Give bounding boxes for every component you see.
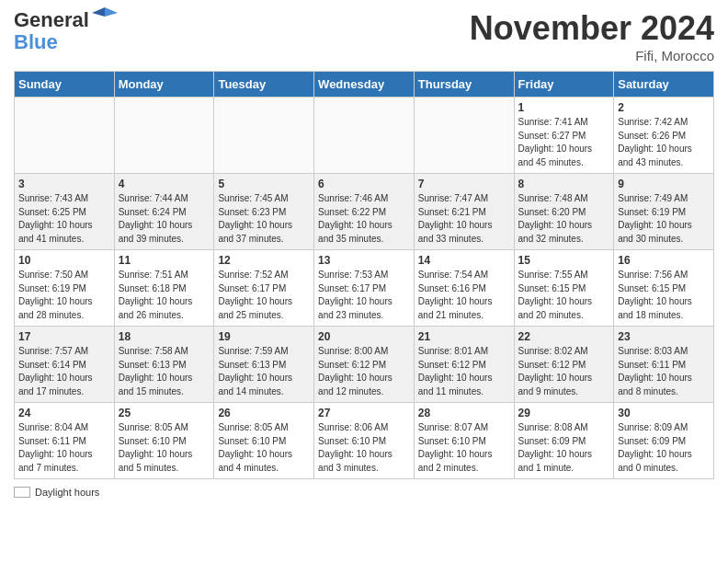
legend: Daylight hours	[14, 487, 714, 498]
day-info: Sunrise: 7:46 AM Sunset: 6:22 PM Dayligh…	[318, 192, 410, 246]
calendar-cell: 26 Sunrise: 8:05 AM Sunset: 6:10 PM Dayl…	[214, 403, 314, 479]
day-info: Sunrise: 7:44 AM Sunset: 6:24 PM Dayligh…	[119, 192, 210, 246]
weekday-header-tuesday: Tuesday	[214, 72, 314, 98]
calendar-cell: 13 Sunrise: 7:53 AM Sunset: 6:17 PM Dayl…	[314, 250, 415, 327]
day-info: Sunrise: 7:52 AM Sunset: 6:17 PM Dayligh…	[218, 269, 310, 322]
calendar-week-4: 24 Sunrise: 8:04 AM Sunset: 6:11 PM Dayl…	[15, 403, 714, 479]
day-number: 20	[318, 330, 410, 343]
weekday-header-friday: Friday	[514, 72, 614, 98]
day-info: Sunrise: 7:55 AM Sunset: 6:15 PM Dayligh…	[518, 269, 610, 322]
calendar-cell: 30 Sunrise: 8:09 AM Sunset: 6:09 PM Dayl…	[614, 403, 714, 479]
month-title: November 2024	[470, 9, 714, 48]
day-number: 29	[518, 407, 610, 419]
calendar-week-3: 17 Sunrise: 7:57 AM Sunset: 6:14 PM Dayl…	[15, 327, 714, 403]
weekday-header-thursday: Thursday	[414, 72, 514, 98]
day-info: Sunrise: 8:00 AM Sunset: 6:12 PM Dayligh…	[318, 345, 410, 398]
day-info: Sunrise: 8:01 AM Sunset: 6:12 PM Dayligh…	[418, 345, 510, 398]
calendar-cell: 22 Sunrise: 8:02 AM Sunset: 6:12 PM Dayl…	[514, 327, 614, 403]
calendar-cell: 12 Sunrise: 7:52 AM Sunset: 6:17 PM Dayl…	[214, 250, 314, 327]
calendar-cell: 17 Sunrise: 7:57 AM Sunset: 6:14 PM Dayl…	[15, 327, 115, 403]
calendar-cell: 4 Sunrise: 7:44 AM Sunset: 6:24 PM Dayli…	[114, 174, 214, 250]
calendar-cell: 21 Sunrise: 8:01 AM Sunset: 6:12 PM Dayl…	[414, 327, 514, 403]
logo: General Blue	[14, 9, 118, 53]
day-number: 4	[119, 178, 210, 190]
calendar-cell: 2 Sunrise: 7:42 AM Sunset: 6:26 PM Dayli…	[614, 98, 714, 174]
weekday-header-monday: Monday	[114, 72, 214, 98]
weekday-header-saturday: Saturday	[614, 72, 714, 98]
day-number: 12	[218, 254, 310, 267]
calendar-cell: 28 Sunrise: 8:07 AM Sunset: 6:10 PM Dayl…	[414, 403, 514, 479]
day-info: Sunrise: 7:48 AM Sunset: 6:20 PM Dayligh…	[518, 192, 610, 246]
calendar-cell	[314, 98, 415, 174]
svg-marker-1	[92, 7, 105, 17]
day-number: 1	[518, 101, 610, 114]
calendar-cell: 18 Sunrise: 7:58 AM Sunset: 6:13 PM Dayl…	[114, 327, 214, 403]
day-info: Sunrise: 7:57 AM Sunset: 6:14 PM Dayligh…	[18, 345, 110, 398]
day-number: 11	[119, 254, 210, 267]
day-number: 25	[119, 407, 210, 419]
day-info: Sunrise: 7:43 AM Sunset: 6:25 PM Dayligh…	[18, 192, 110, 246]
day-info: Sunrise: 7:42 AM Sunset: 6:26 PM Dayligh…	[618, 116, 710, 169]
calendar-cell: 9 Sunrise: 7:49 AM Sunset: 6:19 PM Dayli…	[614, 174, 714, 250]
day-info: Sunrise: 7:41 AM Sunset: 6:27 PM Dayligh…	[518, 116, 610, 169]
logo-text-blue: Blue	[14, 31, 118, 53]
day-number: 27	[318, 407, 410, 419]
title-block: November 2024 Fifi, Morocco	[470, 9, 714, 63]
calendar-cell: 19 Sunrise: 7:59 AM Sunset: 6:13 PM Dayl…	[214, 327, 314, 403]
day-number: 22	[518, 330, 610, 343]
header: General Blue November 2024 Fifi, Morocco	[14, 9, 714, 63]
day-info: Sunrise: 7:45 AM Sunset: 6:23 PM Dayligh…	[218, 192, 310, 246]
day-number: 8	[518, 178, 610, 190]
calendar-cell: 20 Sunrise: 8:00 AM Sunset: 6:12 PM Dayl…	[314, 327, 415, 403]
calendar-cell: 8 Sunrise: 7:48 AM Sunset: 6:20 PM Dayli…	[514, 174, 614, 250]
day-info: Sunrise: 7:49 AM Sunset: 6:19 PM Dayligh…	[618, 192, 710, 246]
calendar-week-0: 1 Sunrise: 7:41 AM Sunset: 6:27 PM Dayli…	[15, 98, 714, 174]
day-info: Sunrise: 8:05 AM Sunset: 6:10 PM Dayligh…	[119, 421, 210, 475]
day-number: 23	[618, 330, 710, 343]
day-info: Sunrise: 8:03 AM Sunset: 6:11 PM Dayligh…	[618, 345, 710, 398]
day-number: 5	[218, 178, 310, 190]
calendar-cell: 29 Sunrise: 8:08 AM Sunset: 6:09 PM Dayl…	[514, 403, 614, 479]
calendar-cell: 5 Sunrise: 7:45 AM Sunset: 6:23 PM Dayli…	[214, 174, 314, 250]
legend-box	[14, 487, 30, 498]
day-number: 24	[18, 407, 110, 419]
calendar-cell: 7 Sunrise: 7:47 AM Sunset: 6:21 PM Dayli…	[414, 174, 514, 250]
legend-label: Daylight hours	[35, 487, 99, 498]
day-number: 16	[618, 254, 710, 267]
calendar-cell: 15 Sunrise: 7:55 AM Sunset: 6:15 PM Dayl…	[514, 250, 614, 327]
day-number: 7	[418, 178, 510, 190]
calendar-cell: 1 Sunrise: 7:41 AM Sunset: 6:27 PM Dayli…	[514, 98, 614, 174]
day-info: Sunrise: 8:04 AM Sunset: 6:11 PM Dayligh…	[18, 421, 110, 475]
day-info: Sunrise: 8:05 AM Sunset: 6:10 PM Dayligh…	[218, 421, 310, 475]
logo-text-general: General	[14, 9, 89, 31]
weekday-header-wednesday: Wednesday	[314, 72, 415, 98]
calendar-cell: 10 Sunrise: 7:50 AM Sunset: 6:19 PM Dayl…	[15, 250, 115, 327]
day-number: 6	[318, 178, 410, 190]
calendar-cell: 27 Sunrise: 8:06 AM Sunset: 6:10 PM Dayl…	[314, 403, 415, 479]
location: Fifi, Morocco	[470, 48, 714, 63]
day-number: 18	[119, 330, 210, 343]
day-number: 3	[18, 178, 110, 190]
day-info: Sunrise: 8:06 AM Sunset: 6:10 PM Dayligh…	[318, 421, 410, 475]
day-number: 21	[418, 330, 510, 343]
day-info: Sunrise: 8:09 AM Sunset: 6:09 PM Dayligh…	[618, 421, 710, 475]
day-info: Sunrise: 7:56 AM Sunset: 6:15 PM Dayligh…	[618, 269, 710, 322]
day-number: 13	[318, 254, 410, 267]
day-number: 30	[618, 407, 710, 419]
day-number: 19	[218, 330, 310, 343]
day-number: 2	[618, 101, 710, 114]
calendar-cell: 11 Sunrise: 7:51 AM Sunset: 6:18 PM Dayl…	[114, 250, 214, 327]
day-info: Sunrise: 8:02 AM Sunset: 6:12 PM Dayligh…	[518, 345, 610, 398]
calendar-cell	[414, 98, 514, 174]
day-number: 28	[418, 407, 510, 419]
day-number: 14	[418, 254, 510, 267]
calendar-cell: 23 Sunrise: 8:03 AM Sunset: 6:11 PM Dayl…	[614, 327, 714, 403]
calendar-cell	[114, 98, 214, 174]
day-info: Sunrise: 7:51 AM Sunset: 6:18 PM Dayligh…	[119, 269, 210, 322]
calendar-cell: 24 Sunrise: 8:04 AM Sunset: 6:11 PM Dayl…	[15, 403, 115, 479]
day-info: Sunrise: 7:50 AM Sunset: 6:19 PM Dayligh…	[18, 269, 110, 322]
calendar-cell: 25 Sunrise: 8:05 AM Sunset: 6:10 PM Dayl…	[114, 403, 214, 479]
logo-bird-icon	[92, 4, 118, 29]
weekday-header-sunday: Sunday	[15, 72, 115, 98]
day-number: 17	[18, 330, 110, 343]
